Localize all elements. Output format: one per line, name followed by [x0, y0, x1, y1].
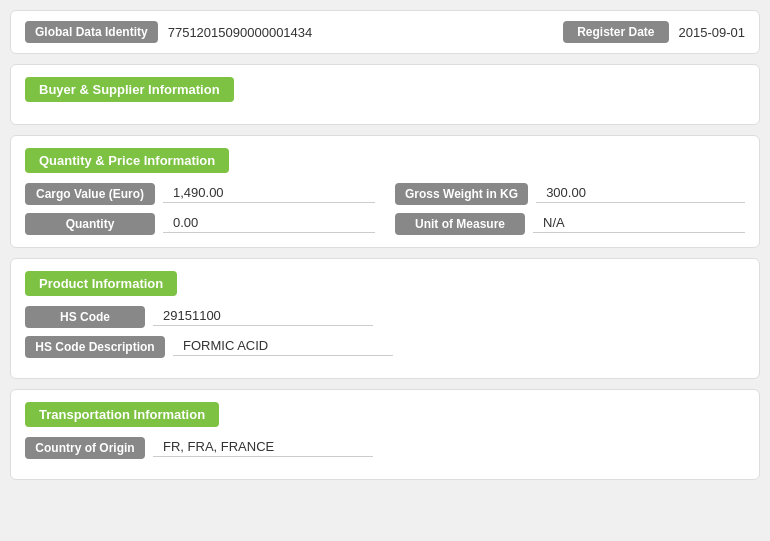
product-header: Product Information: [25, 271, 177, 296]
global-data-identity-label: Global Data Identity: [25, 21, 158, 43]
country-of-origin-value: FR, FRA, FRANCE: [153, 439, 373, 457]
hs-code-description-value: FORMIC ACID: [173, 338, 393, 356]
register-date-value: 2015-09-01: [679, 25, 746, 40]
transportation-header: Transportation Information: [25, 402, 219, 427]
quantity-price-header: Quantity & Price Information: [25, 148, 229, 173]
cargo-value-label: Cargo Value (Euro): [25, 183, 155, 205]
hs-code-description-label: HS Code Description: [25, 336, 165, 358]
country-of-origin-label: Country of Origin: [25, 437, 145, 459]
global-data-card: Global Data Identity 7751201509000000143…: [10, 10, 760, 54]
hs-code-label: HS Code: [25, 306, 145, 328]
unit-of-measure-col: Unit of Measure N/A: [395, 213, 745, 235]
cargo-value-value: 1,490.00: [163, 185, 375, 203]
cargo-value-col: Cargo Value (Euro) 1,490.00: [25, 183, 375, 205]
quantity-row: Quantity 0.00 Unit of Measure N/A: [25, 213, 745, 235]
country-of-origin-row: Country of Origin FR, FRA, FRANCE: [25, 437, 745, 459]
buyer-supplier-header: Buyer & Supplier Information: [25, 77, 234, 102]
quantity-value: 0.00: [163, 215, 375, 233]
quantity-col: Quantity 0.00: [25, 213, 375, 235]
gross-weight-value: 300.00: [536, 185, 745, 203]
hs-code-desc-row: HS Code Description FORMIC ACID: [25, 336, 745, 358]
product-card: Product Information HS Code 29151100 HS …: [10, 258, 760, 379]
unit-of-measure-value: N/A: [533, 215, 745, 233]
transportation-card: Transportation Information Country of Or…: [10, 389, 760, 480]
quantity-price-card: Quantity & Price Information Cargo Value…: [10, 135, 760, 248]
global-data-identity-value: 77512015090000001434: [168, 25, 533, 40]
gross-weight-label: Gross Weight in KG: [395, 183, 528, 205]
hs-code-value: 29151100: [153, 308, 373, 326]
gross-weight-col: Gross Weight in KG 300.00: [395, 183, 745, 205]
buyer-supplier-card: Buyer & Supplier Information: [10, 64, 760, 125]
hs-code-row: HS Code 29151100: [25, 306, 745, 328]
register-date-label: Register Date: [563, 21, 668, 43]
cargo-row: Cargo Value (Euro) 1,490.00 Gross Weight…: [25, 183, 745, 205]
unit-of-measure-label: Unit of Measure: [395, 213, 525, 235]
quantity-label: Quantity: [25, 213, 155, 235]
